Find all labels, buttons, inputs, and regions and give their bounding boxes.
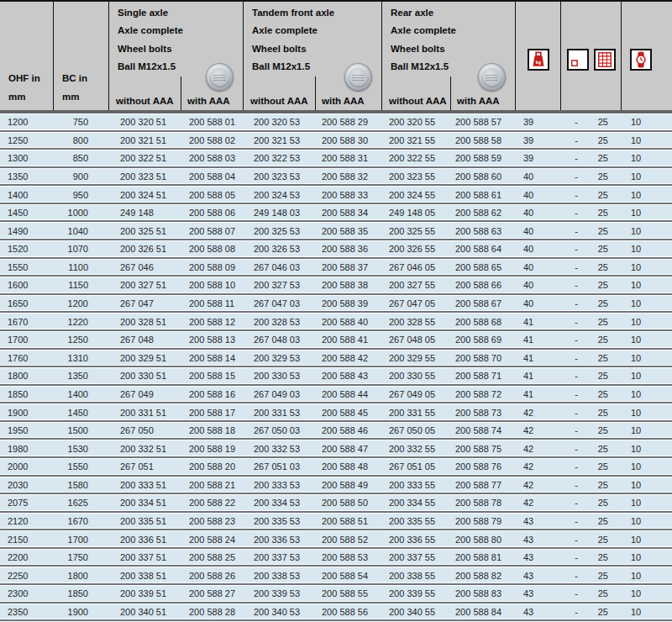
weight-kg: 43 [516, 514, 561, 532]
single-axle-without-aaa-part: 200 320 51 [109, 114, 181, 133]
table-row: 22001750200 337 51200 588 25200 337 5320… [0, 550, 672, 568]
pack-grid-qty: 25 [591, 277, 622, 296]
ohf-value: 1250 [0, 133, 54, 151]
tandem-axle-without-aaa-part: 267 050 03 [244, 423, 315, 441]
delivery-days: 10 [622, 477, 672, 496]
tandem-axle-with-aaa-part: 200 588 37 [315, 260, 382, 278]
svg-text:kg: kg [535, 59, 540, 64]
rear-axle-without-aaa-part: 200 338 55 [382, 567, 450, 586]
rear-axle-without-aaa-part: 267 048 05 [382, 332, 450, 351]
table-row: 15201070200 326 51200 588 08200 326 5320… [0, 241, 672, 260]
tandem-axle-with-aaa-part: 200 588 49 [315, 477, 382, 496]
rear-axle-with-aaa-part: 200 588 73 [450, 404, 516, 423]
tandem-axle-without-aaa-part: 200 339 53 [244, 586, 315, 604]
table-row: 19501500267 050200 588 18267 050 03200 5… [0, 423, 672, 441]
tandem-axle-without-aaa-part: 200 321 53 [244, 133, 315, 151]
rear-axle-with-aaa-part: 200 588 61 [450, 187, 516, 205]
pack-box-qty: - [561, 133, 591, 151]
tandem-axle-without-aaa-part: 200 331 53 [244, 404, 315, 423]
ohf-value: 2200 [0, 550, 54, 568]
rear-axle-without-aaa-part: 200 326 55 [382, 241, 450, 260]
table-row: 14501000249 148200 588 06249 148 03200 5… [0, 205, 672, 224]
pack-grid-qty: 25 [591, 550, 622, 568]
column-header-packaging [561, 2, 622, 110]
bc-value: 1350 [54, 368, 109, 387]
rear-axle-with-aaa-part: 200 588 70 [450, 351, 516, 369]
bc-value: 1900 [54, 604, 109, 622]
pack-box-qty: - [561, 477, 591, 496]
pack-grid-qty: 25 [591, 205, 622, 224]
bc-value: 1220 [54, 314, 109, 332]
tandem-axle-without-aaa-part: 200 338 53 [244, 567, 315, 586]
single-axle-without-aaa-part: 267 046 [109, 260, 181, 278]
subcolumn-row: without AAA with AAA [109, 96, 244, 110]
table-row: 20751625200 334 51200 588 22200 334 5320… [0, 495, 672, 514]
bc-value: 1530 [54, 440, 109, 459]
rear-axle-with-aaa-part: 200 588 62 [450, 205, 516, 224]
weight-kg: 39 [516, 150, 561, 169]
delivery-days: 10 [622, 296, 672, 314]
rear-axle-with-aaa-part: 200 588 60 [450, 169, 516, 187]
rear-axle-without-aaa-part: 200 320 55 [382, 114, 450, 133]
table-row: 23501900200 340 51200 588 28200 340 5320… [0, 604, 672, 622]
rear-axle-with-aaa-part: 200 588 67 [450, 296, 516, 314]
ohf-value: 1600 [0, 277, 54, 296]
tandem-axle-without-aaa-part: 200 329 53 [244, 351, 315, 369]
tandem-axle-with-aaa-part: 200 588 54 [315, 567, 382, 586]
pack-grid-qty: 25 [591, 531, 622, 550]
subcolumn-with-aaa: with AAA [450, 96, 516, 110]
tandem-axle-with-aaa-part: 200 588 40 [315, 314, 382, 332]
tandem-axle-without-aaa-part: 200 325 53 [244, 223, 315, 241]
column-header-weight: kg [516, 2, 561, 110]
bc-value: 1040 [54, 223, 109, 241]
single-axle-without-aaa-part: 200 323 51 [109, 169, 181, 187]
single-axle-without-aaa-part: 200 324 51 [109, 187, 181, 205]
weight-kg: 43 [516, 567, 561, 586]
bc-value: 800 [54, 133, 109, 151]
single-axle-without-aaa-part: 267 047 [109, 296, 181, 314]
bc-value: 1400 [54, 387, 109, 405]
weight-kg: 42 [516, 477, 561, 496]
table-row: 19001450200 331 51200 588 17200 331 5320… [0, 404, 672, 423]
table-row: 16501200267 047200 588 11267 047 03200 5… [0, 296, 672, 314]
pack-box-qty: - [561, 531, 591, 550]
pack-box-qty: - [561, 223, 591, 241]
tandem-axle-with-aaa-part: 200 588 41 [315, 332, 382, 351]
tandem-axle-with-aaa-part: 200 588 30 [315, 133, 382, 151]
rear-axle-without-aaa-part: 267 046 05 [382, 260, 450, 278]
tandem-axle-without-aaa-part: 200 332 53 [244, 440, 315, 459]
single-axle-without-aaa-part: 200 329 51 [109, 351, 181, 369]
single-axle-without-aaa-part: 200 335 51 [109, 514, 181, 532]
weight-kg: 43 [516, 550, 561, 568]
rear-axle-with-aaa-part: 200 588 79 [450, 514, 516, 532]
tandem-axle-without-aaa-part: 200 328 53 [244, 314, 315, 332]
pack-grid-qty: 25 [591, 586, 622, 604]
rear-axle-without-aaa-part: 200 334 55 [382, 495, 450, 514]
single-axle-without-aaa-part: 200 333 51 [109, 477, 181, 496]
ohf-value: 2120 [0, 514, 54, 532]
rear-axle-without-aaa-part: 200 330 55 [382, 368, 450, 387]
rear-axle-without-aaa-part: 267 049 05 [382, 387, 450, 405]
single-axle-with-aaa-part: 200 588 24 [181, 531, 244, 550]
ohf-value: 1650 [0, 296, 54, 314]
weight-kg: 40 [516, 260, 561, 278]
pack-box-qty: - [561, 187, 591, 205]
group-subtitle: Wheel bolts [391, 40, 515, 58]
ohf-value: 1800 [0, 368, 54, 387]
delivery-days: 10 [622, 260, 672, 278]
delivery-days: 10 [622, 423, 672, 441]
pack-box-qty: - [561, 114, 591, 133]
table-body: 1200750200 320 51200 588 01200 320 53200… [0, 113, 672, 622]
rear-axle-without-aaa-part: 200 328 55 [382, 314, 450, 332]
column-group-single-axle: Single axle Axle complete Wheel bolts Ba… [109, 2, 244, 110]
single-axle-with-aaa-part: 200 588 10 [181, 277, 244, 296]
column-header-ohf: OHF in mm [0, 2, 54, 110]
table-row: 17001250267 048200 588 13267 048 03200 5… [0, 332, 672, 351]
pack-box-qty: - [561, 332, 591, 351]
bc-value: 850 [54, 150, 109, 169]
pack-grid-qty: 25 [591, 187, 622, 205]
rear-axle-with-aaa-part: 200 588 77 [450, 477, 516, 496]
single-axle-with-aaa-part: 200 588 01 [181, 114, 244, 133]
single-axle-without-aaa-part: 200 339 51 [109, 586, 181, 604]
delivery-days: 10 [622, 241, 672, 260]
